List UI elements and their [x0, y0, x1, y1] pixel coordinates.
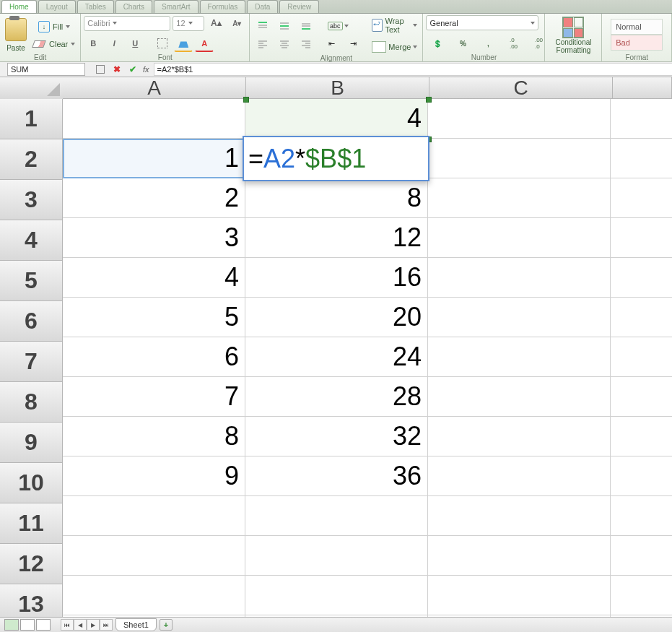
- row-header-10[interactable]: 10: [0, 463, 63, 503]
- tab-charts[interactable]: Charts: [115, 0, 152, 13]
- col-header-B[interactable]: B: [246, 77, 429, 99]
- row-header-2[interactable]: 2: [0, 139, 63, 180]
- add-sheet-button[interactable]: +: [160, 619, 173, 631]
- cell-D4[interactable]: [611, 218, 672, 258]
- cell-D12[interactable]: [611, 536, 672, 576]
- cell-C8[interactable]: [428, 377, 611, 417]
- cell-A8[interactable]: 7: [63, 377, 245, 417]
- cell-D2[interactable]: [611, 139, 672, 178]
- font-color-button[interactable]: A: [195, 35, 214, 52]
- cell-B6[interactable]: 20: [245, 298, 428, 337]
- view-page-layout-button[interactable]: [20, 619, 35, 631]
- cell-A10[interactable]: 9: [63, 456, 245, 496]
- paste-button[interactable]: [3, 17, 29, 43]
- cell-A2[interactable]: 1: [63, 139, 245, 178]
- sheet-nav-next[interactable]: ▶: [87, 619, 100, 631]
- row-header-3[interactable]: 3: [0, 180, 63, 220]
- tab-tables[interactable]: Tables: [77, 0, 114, 13]
- cell-B8[interactable]: 28: [245, 377, 428, 417]
- fill-color-button[interactable]: [174, 35, 193, 52]
- cell-D11[interactable]: [611, 496, 672, 536]
- decrease-font-button[interactable]: A▾: [227, 15, 246, 31]
- percent-button[interactable]: %: [451, 35, 474, 51]
- cell-B14[interactable]: [245, 615, 428, 617]
- tab-layout[interactable]: Layout: [38, 0, 76, 13]
- cell-C7[interactable]: [428, 337, 611, 377]
- view-normal-button[interactable]: [4, 619, 19, 631]
- row-header-4[interactable]: 4: [0, 220, 63, 261]
- cell-B10[interactable]: 36: [245, 456, 428, 496]
- cell-B7[interactable]: 24: [245, 337, 428, 377]
- decrease-indent-button[interactable]: ⇤: [321, 36, 341, 52]
- align-left-button[interactable]: [253, 36, 273, 52]
- view-page-break-button[interactable]: [36, 619, 51, 631]
- cell-C5[interactable]: [428, 258, 611, 298]
- sheet-nav-prev[interactable]: ◀: [74, 619, 87, 631]
- align-top-button[interactable]: [253, 18, 273, 34]
- row-header-8[interactable]: 8: [0, 382, 63, 423]
- cell-C1[interactable]: [428, 99, 611, 139]
- name-box[interactable]: SUM: [7, 63, 85, 76]
- merge-button[interactable]: Merge: [370, 40, 419, 54]
- cancel-formula-button[interactable]: ✖: [111, 63, 123, 76]
- increase-indent-button[interactable]: ⇥: [343, 36, 363, 52]
- font-size-combo[interactable]: 12: [173, 16, 204, 31]
- cell-D8[interactable]: [611, 377, 672, 417]
- row-header-1[interactable]: 1: [0, 99, 63, 139]
- select-all-corner[interactable]: [0, 77, 64, 100]
- font-name-combo[interactable]: Calibri: [84, 16, 170, 31]
- tab-formulas[interactable]: Formulas: [200, 0, 246, 13]
- row-header-5[interactable]: 5: [0, 261, 63, 301]
- wrap-text-button[interactable]: Wrap Text: [370, 15, 419, 35]
- sheet-tab-sheet1[interactable]: Sheet1: [115, 618, 157, 631]
- row-header-12[interactable]: 12: [0, 544, 63, 584]
- cell-D5[interactable]: [611, 258, 672, 298]
- orientation-button[interactable]: abc: [321, 18, 354, 34]
- row-header-11[interactable]: 11: [0, 503, 63, 544]
- area-picker[interactable]: [94, 64, 107, 75]
- clear-button[interactable]: Clear: [31, 38, 77, 50]
- cell-B13[interactable]: [245, 576, 428, 615]
- cell-C3[interactable]: [428, 178, 611, 218]
- cell-D7[interactable]: [611, 337, 672, 377]
- increase-font-button[interactable]: A▴: [206, 15, 225, 31]
- cell-D13[interactable]: [611, 576, 672, 615]
- cell-C4[interactable]: [428, 218, 611, 258]
- number-format-combo[interactable]: General: [426, 15, 538, 30]
- cell-A12[interactable]: [63, 536, 245, 576]
- cell-D6[interactable]: [611, 298, 672, 337]
- cell-C2[interactable]: [428, 139, 611, 178]
- cell-A14[interactable]: [63, 615, 245, 617]
- currency-button[interactable]: 💲: [426, 35, 449, 51]
- cell-B3[interactable]: 8: [245, 178, 428, 218]
- cell-C14[interactable]: [428, 615, 611, 617]
- formula-input[interactable]: =A2*$B$1: [154, 63, 672, 76]
- tab-home[interactable]: Home: [1, 0, 37, 13]
- borders-button[interactable]: [153, 35, 172, 51]
- increase-decimal-button[interactable]: .0.00: [502, 35, 525, 51]
- cell-D9[interactable]: [611, 417, 672, 456]
- align-bottom-button[interactable]: [296, 18, 316, 34]
- cell-D14[interactable]: [611, 615, 672, 617]
- cell-A4[interactable]: 3: [63, 218, 245, 258]
- italic-button[interactable]: I: [105, 35, 123, 51]
- tab-smartart[interactable]: SmartArt: [154, 0, 198, 13]
- col-header-A[interactable]: A: [63, 77, 246, 99]
- cell-B12[interactable]: [245, 536, 428, 576]
- cell-A7[interactable]: 6: [63, 337, 245, 377]
- align-center-button[interactable]: [274, 36, 294, 52]
- cell-B1[interactable]: 4: [245, 99, 428, 139]
- tab-data[interactable]: Data: [247, 0, 278, 13]
- style-bad[interactable]: Bad: [611, 35, 663, 51]
- row-header-13[interactable]: 13: [0, 584, 63, 617]
- col-header-C[interactable]: C: [429, 77, 613, 99]
- cell-C11[interactable]: [428, 496, 611, 536]
- cell-D3[interactable]: [611, 178, 672, 218]
- cell-C13[interactable]: [428, 576, 611, 615]
- cell-A11[interactable]: [63, 496, 245, 536]
- cell-editing-overlay[interactable]: =A2*$B$1: [243, 136, 429, 181]
- sheet-nav-first[interactable]: ⏮: [61, 619, 74, 631]
- accept-formula-button[interactable]: ✔: [127, 63, 139, 76]
- underline-button[interactable]: U: [126, 35, 144, 51]
- cell-D10[interactable]: [611, 456, 672, 496]
